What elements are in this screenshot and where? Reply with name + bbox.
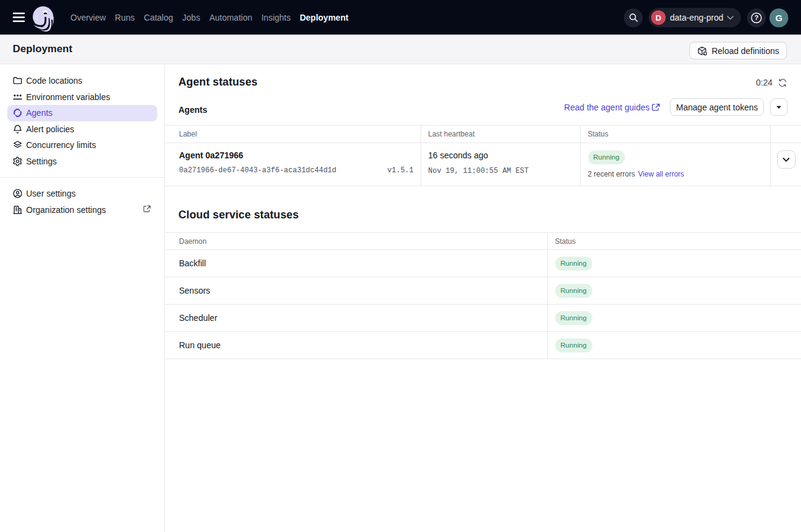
svg-text:?: ? [754,14,759,21]
